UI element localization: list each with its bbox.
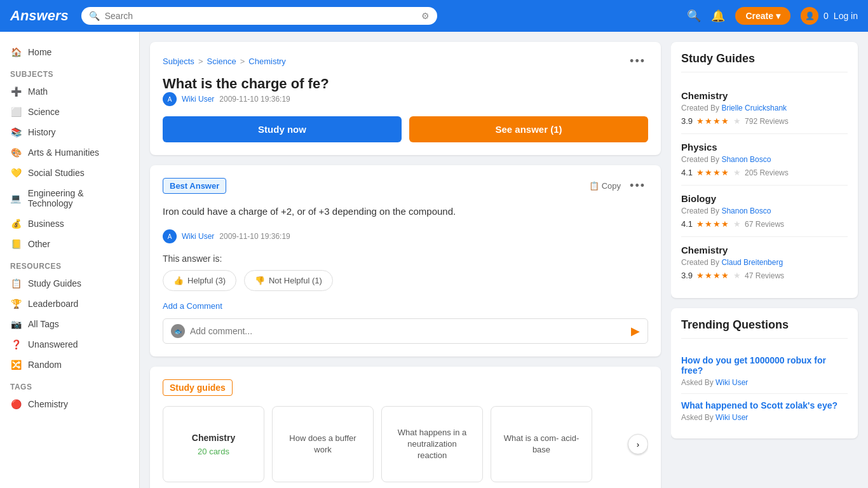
sidebar-item-chemistry-tag[interactable]: 🔴 Chemistry xyxy=(0,394,139,414)
sidebar-history-label: History xyxy=(28,127,56,137)
helpful-button[interactable]: 👍 Helpful (3) xyxy=(163,270,236,291)
copy-icon: 📋 xyxy=(589,181,599,191)
login-button[interactable]: Log in xyxy=(834,11,858,21)
comment-input-area: 🐟 ▶ xyxy=(163,318,648,344)
sidebar-item-leaderboard[interactable]: 🏆 Leaderboard xyxy=(0,294,139,314)
sidebar-item-business[interactable]: 💰 Business xyxy=(0,214,139,234)
create-button[interactable]: Create ▾ xyxy=(735,7,790,25)
sidebar-item-random[interactable]: 🔀 Random xyxy=(0,355,139,375)
study-card-1-question: How does a buffer work xyxy=(283,433,363,456)
guide-2-creator-link[interactable]: Shanon Bosco xyxy=(721,207,771,215)
guide-item-2: Biology Created By Shanon Bosco 4.1 ★★★★… xyxy=(681,186,848,237)
user-badge: 👤 xyxy=(801,7,818,25)
breadcrumb-science[interactable]: Science xyxy=(207,57,236,66)
search-bar: 🔍 ⚙ xyxy=(81,7,437,25)
user-icon: 👤 xyxy=(805,11,815,20)
guide-item-0: Chemistry Created By Brielle Cruickshank… xyxy=(681,83,848,134)
studyguides-icon: 📋 xyxy=(10,278,22,288)
random-icon: 🔀 xyxy=(10,360,22,370)
guide-1-creator: Created By Shanon Bosco xyxy=(681,155,848,164)
sidebar-resources-label: Resources xyxy=(0,254,139,273)
guide-0-creator-link[interactable]: Brielle Cruickshank xyxy=(721,104,787,112)
guide-2-creator: Created By Shanon Bosco xyxy=(681,207,848,215)
guide-1-rating: 4.1 ★★★★★ 205 Reviews xyxy=(681,168,848,177)
see-answer-button[interactable]: See answer (1) xyxy=(409,116,648,142)
question-more-button[interactable]: ••• xyxy=(627,55,648,68)
study-card-1[interactable]: How does a buffer work xyxy=(272,406,374,482)
cards-scroll: Chemistry 20 cards How does a buffer wor… xyxy=(163,406,648,482)
create-label: Create xyxy=(745,11,773,21)
comment-submit-button[interactable]: ▶ xyxy=(631,324,640,338)
copy-button[interactable]: 📋 Copy xyxy=(589,181,621,191)
answer-actions: 📋 Copy ••• xyxy=(589,179,648,193)
search-input[interactable] xyxy=(105,11,416,21)
breadcrumb-subjects[interactable]: Subjects xyxy=(163,57,194,66)
helpful-section: This answer is: 👍 Helpful (3) 👎 Not Help… xyxy=(163,254,648,291)
guide-0-name: Chemistry xyxy=(681,90,848,101)
search-icon-header[interactable]: 🔍 xyxy=(687,9,701,23)
question-author-link[interactable]: Wiki User xyxy=(182,95,214,104)
trending-right-card: Trending Questions How do you get 100000… xyxy=(671,308,858,438)
sidebar-item-engineering[interactable]: 💻 Engineering & Technology xyxy=(0,183,139,214)
study-card-0[interactable]: Chemistry 20 cards xyxy=(163,406,264,482)
answer-author-link[interactable]: Wiki User xyxy=(182,232,214,241)
guide-3-creator-link[interactable]: Claud Breitenberg xyxy=(721,258,783,267)
answer-meta: A Wiki User 2009-11-10 19:36:19 xyxy=(163,229,648,243)
sidebar-item-other[interactable]: 📒 Other xyxy=(0,234,139,254)
scroll-right-button[interactable]: › xyxy=(628,434,648,454)
trending-0-question[interactable]: How do you get 1000000 robux for free? xyxy=(681,355,848,376)
trending-1-question[interactable]: What happened to Scott zolak's eye? xyxy=(681,400,848,410)
sidebar-item-math[interactable]: ➕ Math xyxy=(0,81,139,102)
guide-1-empty-star: ★ xyxy=(733,168,741,177)
sidebar-item-science[interactable]: ⬜ Science xyxy=(0,102,139,122)
sidebar-item-history[interactable]: 📚 History xyxy=(0,122,139,142)
guide-3-creator: Created By Claud Breitenberg xyxy=(681,258,848,267)
study-card-2[interactable]: What happens in a neutralization reactio… xyxy=(381,406,483,482)
guide-2-stars: ★★★★ xyxy=(696,219,729,229)
study-card-3[interactable]: What is a com- acid-base xyxy=(491,406,592,482)
trending-0-asked: Asked By Wiki User xyxy=(681,378,848,387)
study-now-button[interactable]: Study now xyxy=(163,116,402,142)
science-icon: ⬜ xyxy=(10,107,22,117)
unanswered-icon: ❓ xyxy=(10,339,22,349)
business-icon: 💰 xyxy=(10,219,22,229)
sidebar-item-studyguides[interactable]: 📋 Study Guides xyxy=(0,273,139,294)
sidebar-item-home[interactable]: 🏠 Home xyxy=(0,42,139,62)
thumbs-down-icon: 👎 xyxy=(255,276,265,285)
not-helpful-button[interactable]: 👎 Not Helpful (1) xyxy=(244,270,333,291)
answer-text: Iron could have a charge of +2, or of +3… xyxy=(163,204,648,219)
sidebar-item-unanswered[interactable]: ❓ Unanswered xyxy=(0,334,139,355)
guide-1-creator-link[interactable]: Shanon Bosco xyxy=(721,155,771,164)
study-guides-right-title: Study Guides xyxy=(681,52,848,72)
guide-0-rating: 3.9 ★★★★★ 792 Reviews xyxy=(681,116,848,126)
study-card-2-question: What happens in a neutralization reactio… xyxy=(392,427,472,462)
main-content: Subjects > Science > Chemistry ••• What … xyxy=(140,32,671,488)
sidebar-arts-label: Arts & Humanities xyxy=(28,147,99,158)
answer-more-button[interactable]: ••• xyxy=(627,179,648,193)
study-guides-label: Study guides xyxy=(163,379,233,396)
guide-3-score: 3.9 xyxy=(681,271,693,280)
user-points: 0 xyxy=(824,11,829,21)
add-comment-link[interactable]: Add a Comment xyxy=(163,301,648,311)
sidebar-item-alltags[interactable]: 📷 All Tags xyxy=(0,314,139,334)
comment-input[interactable] xyxy=(190,326,626,336)
sidebar-leaderboard-label: Leaderboard xyxy=(28,299,78,309)
study-card-0-title: Chemistry xyxy=(192,433,235,443)
other-icon: 📒 xyxy=(10,239,22,249)
trending-1-asked-link[interactable]: Wiki User xyxy=(715,413,748,422)
trending-0-asked-link[interactable]: Wiki User xyxy=(715,378,748,387)
study-guides-right-card: Study Guides Chemistry Created By Briell… xyxy=(671,42,858,298)
sidebar-item-social[interactable]: 💛 Social Studies xyxy=(0,163,139,183)
guide-3-stars: ★★★★ xyxy=(696,271,729,280)
comment-avatar: 🐟 xyxy=(171,324,185,338)
sidebar-random-label: Random xyxy=(28,360,62,370)
logo: Answers xyxy=(10,8,69,24)
notification-icon[interactable]: 🔔 xyxy=(711,9,725,23)
sidebar-tags-label: Tags xyxy=(0,375,139,394)
breadcrumb-chemistry[interactable]: Chemistry xyxy=(248,57,286,66)
leaderboard-icon: 🏆 xyxy=(10,299,22,309)
helpful-label: This answer is: xyxy=(163,254,648,264)
filter-icon[interactable]: ⚙ xyxy=(421,11,430,21)
action-buttons: Study now See answer (1) xyxy=(163,116,648,142)
sidebar-item-arts[interactable]: 🎨 Arts & Humanities xyxy=(0,142,139,163)
